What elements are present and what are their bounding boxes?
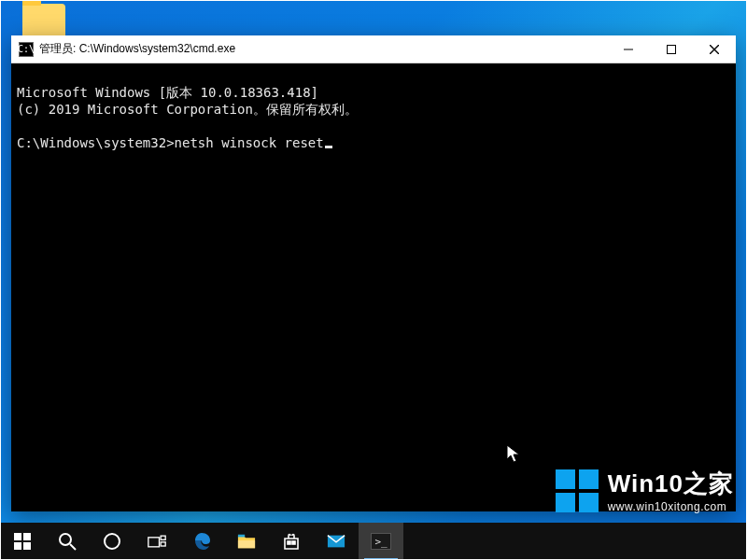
- search-icon: [58, 532, 77, 551]
- cortana-icon: [103, 532, 121, 551]
- svg-point-4: [60, 534, 71, 545]
- terminal-line-copyright: (c) 2019 Microsoft Corporation。保留所有权利。: [17, 102, 358, 117]
- windows-logo-icon: [14, 533, 31, 550]
- svg-rect-1: [668, 45, 676, 53]
- mail-icon: [327, 532, 345, 551]
- cmd-window: C:\ 管理员: C:\Windows\system32\cmd.exe Mic…: [11, 35, 736, 511]
- svg-rect-10: [238, 535, 245, 538]
- watermark-windows-icon: [556, 469, 599, 512]
- taskbar-cmd[interactable]: >_: [359, 523, 403, 560]
- minimize-button[interactable]: [607, 35, 650, 63]
- taskbar-store[interactable]: [269, 523, 314, 560]
- titlebar[interactable]: C:\ 管理员: C:\Windows\system32\cmd.exe: [11, 35, 736, 63]
- taskbar: >_: [0, 523, 747, 560]
- taskbar-mail[interactable]: [314, 523, 359, 560]
- terminal-command: netsh winsock reset: [175, 135, 324, 150]
- svg-rect-8: [161, 536, 165, 539]
- taskview-icon: [148, 532, 166, 551]
- cmd-taskbar-icon: >_: [371, 533, 391, 550]
- terminal-cursor: [325, 146, 332, 148]
- cortana-button[interactable]: [90, 523, 134, 560]
- start-button[interactable]: [0, 523, 45, 560]
- window-controls: [607, 35, 736, 63]
- maximize-button[interactable]: [650, 35, 693, 63]
- store-icon: [282, 532, 301, 551]
- desktop-folder-icon[interactable]: [22, 4, 65, 39]
- file-explorer-icon: [237, 532, 256, 551]
- terminal-prompt: C:\Windows\system32>: [17, 135, 175, 150]
- svg-rect-11: [238, 540, 255, 548]
- close-button[interactable]: [693, 35, 736, 63]
- cmd-app-icon: C:\: [19, 42, 34, 57]
- taskbar-edge[interactable]: [179, 523, 224, 560]
- mouse-pointer-icon: [506, 444, 521, 465]
- taskview-button[interactable]: [134, 523, 179, 560]
- watermark-url: www.win10xitong.com: [608, 500, 734, 513]
- taskbar-file-explorer[interactable]: [224, 523, 269, 560]
- watermark: Win10之家 www.win10xitong.com: [556, 468, 734, 513]
- svg-rect-13: [292, 541, 295, 544]
- svg-rect-9: [161, 542, 165, 546]
- svg-line-5: [70, 544, 76, 550]
- terminal-body[interactable]: Microsoft Windows [版本 10.0.18363.418] (c…: [11, 63, 736, 511]
- terminal-line-version: Microsoft Windows [版本 10.0.18363.418]: [17, 85, 318, 100]
- search-button[interactable]: [45, 523, 90, 560]
- watermark-title: Win10之家: [608, 468, 734, 500]
- svg-rect-7: [148, 538, 160, 547]
- window-title: 管理员: C:\Windows\system32\cmd.exe: [39, 41, 607, 57]
- desktop-background: C:\ 管理员: C:\Windows\system32\cmd.exe Mic…: [0, 0, 747, 560]
- edge-icon: [192, 532, 211, 551]
- svg-point-6: [105, 534, 120, 549]
- svg-rect-12: [288, 541, 290, 544]
